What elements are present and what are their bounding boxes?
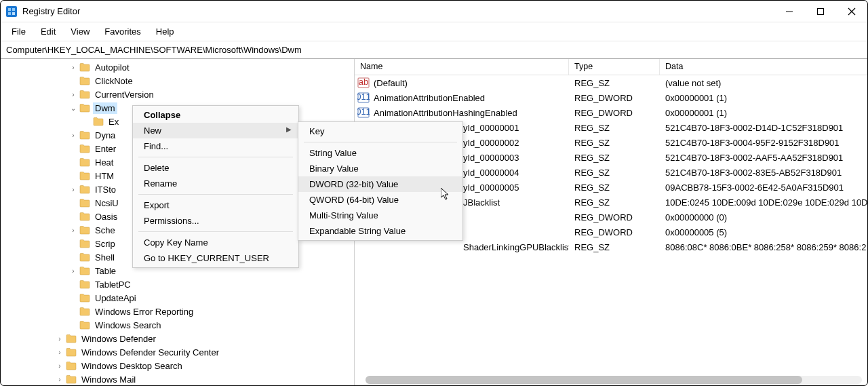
ctx-permissions[interactable]: Permissions...	[133, 213, 298, 229]
svg-rect-3	[8, 12, 11, 15]
value-type: REG_SZ	[569, 78, 660, 88]
ctx-rename[interactable]: Rename	[133, 176, 298, 191]
folder-icon	[79, 185, 90, 194]
ctx-delete[interactable]: Delete	[133, 160, 298, 176]
folder-icon	[79, 266, 90, 275]
chevron-right-icon[interactable]: ›	[68, 132, 78, 139]
tree-item-label: Dyna	[93, 130, 117, 141]
menu-bar: File Edit View Favorites Help	[1, 22, 867, 41]
horizontal-scrollbar[interactable]	[366, 376, 862, 384]
chevron-right-icon[interactable]: ›	[68, 267, 78, 275]
chevron-right-icon[interactable]: ›	[68, 64, 78, 71]
chevron-right-icon[interactable]: ›	[55, 376, 64, 383]
folder-icon	[79, 225, 90, 235]
tree-item[interactable]: TabletPC	[1, 277, 354, 291]
address-bar[interactable]: Computer\HKEY_LOCAL_MACHINE\SOFTWARE\Mic…	[1, 41, 867, 59]
tree-item[interactable]: Windows Error Reporting	[1, 305, 354, 318]
svg-rect-4	[12, 12, 15, 15]
tree-item-label: Sche	[93, 225, 117, 236]
ctx-go-hkcu[interactable]: Go to HKEY_CURRENT_USER	[133, 250, 298, 266]
tree-item[interactable]: ClickNote	[1, 74, 354, 88]
menu-help[interactable]: Help	[149, 24, 181, 39]
value-name: AnimationAttributionEnabled	[374, 93, 485, 103]
value-data: 521C4B70-18F3-0002-D14D-1C52F318D901	[660, 123, 867, 133]
value-name: yId_00000001	[463, 123, 519, 133]
folder-icon	[79, 212, 90, 221]
ctx-export[interactable]: Export	[133, 197, 298, 213]
ctx-collapse[interactable]: Collapse	[133, 107, 298, 123]
chevron-down-icon[interactable]: ⌄	[68, 104, 78, 112]
value-data: 10DE:0245 10DE:009d 10DE:029e 10DE:029d …	[660, 197, 867, 208]
chevron-right-icon[interactable]: ›	[68, 91, 78, 98]
value-row[interactable]: abShaderLinkingGPUBlacklistREG_SZ8086:08…	[355, 239, 867, 254]
folder-icon	[79, 76, 90, 85]
svg-rect-6	[818, 8, 824, 14]
ctx-find[interactable]: Find...	[133, 138, 298, 154]
list-header: Name Type Data	[355, 59, 867, 75]
tree-item[interactable]: UpdateApi	[1, 291, 354, 305]
col-data[interactable]: Data	[660, 59, 867, 75]
maximize-button[interactable]	[805, 1, 836, 22]
tree-item-label: ClickNote	[93, 75, 135, 87]
close-button[interactable]	[836, 1, 867, 22]
regedit-app-icon	[6, 6, 17, 17]
col-type[interactable]: Type	[569, 59, 660, 75]
value-type: REG_DWORD	[569, 108, 660, 118]
tree-item[interactable]: Windows Search	[1, 318, 354, 332]
tree-item[interactable]: ›Windows Defender	[1, 332, 354, 345]
tree-item[interactable]: ›Windows Mail	[1, 372, 354, 385]
ctx-new-multistring[interactable]: Multi-String Value	[298, 208, 462, 223]
tree-item[interactable]: ›Autopilot	[1, 60, 354, 74]
folder-icon	[79, 171, 90, 180]
chevron-right-icon[interactable]: ›	[68, 186, 78, 193]
minimize-button[interactable]	[774, 1, 805, 22]
tree-item[interactable]: ›Windows Defender Security Center	[1, 345, 354, 359]
col-name[interactable]: Name	[355, 59, 569, 75]
ctx-new-qword[interactable]: QWORD (64-bit) Value	[298, 192, 462, 208]
menu-file[interactable]: File	[5, 24, 33, 39]
folder-icon	[79, 62, 90, 72]
value-data: 521C4B70-18F3-0002-83E5-AB52F318D901	[660, 168, 867, 178]
submenu-arrow-icon: ▶	[286, 126, 292, 133]
value-data: (value not set)	[660, 78, 867, 88]
value-row[interactable]: ab(Default)REG_SZ(value not set)	[355, 75, 867, 90]
chevron-right-icon[interactable]: ›	[55, 362, 64, 370]
ctx-copy-key-name[interactable]: Copy Key Name	[133, 235, 298, 250]
ctx-new-label: New	[144, 126, 161, 136]
ctx-new[interactable]: New ▶	[133, 123, 298, 138]
tree-item[interactable]: ›Windows Desktop Search	[1, 359, 354, 372]
folder-icon	[79, 90, 90, 99]
tree-item[interactable]: ›CurrentVersion	[1, 88, 354, 101]
ctx-new-expandstring[interactable]: Expandable String Value	[298, 223, 462, 239]
ctx-new-key[interactable]: Key	[298, 123, 462, 139]
menu-view[interactable]: View	[64, 24, 96, 39]
ctx-new-binary[interactable]: Binary Value	[298, 161, 462, 176]
folder-icon	[79, 293, 90, 303]
scrollbar-thumb[interactable]	[366, 376, 802, 384]
value-data: 0x00000000 (0)	[660, 212, 867, 223]
menu-edit[interactable]: Edit	[34, 24, 62, 39]
value-type: REG_SZ	[569, 197, 660, 208]
tree-item-label: Windows Defender Security Center	[79, 347, 221, 358]
ctx-new-string[interactable]: String Value	[298, 145, 462, 161]
folder-icon	[66, 361, 77, 370]
value-name: JBlacklist	[463, 197, 500, 208]
context-menu-new: Key String Value Binary Value DWORD (32-…	[298, 121, 463, 241]
context-menu-key: Collapse New ▶ Find... Delete Rename Exp…	[132, 105, 299, 268]
value-data: 0x00000001 (1)	[660, 108, 867, 118]
chevron-right-icon[interactable]: ›	[55, 349, 64, 356]
folder-icon	[79, 252, 90, 262]
tree-item-label: Windows Defender	[79, 333, 158, 345]
value-name: yId_00000005	[463, 182, 519, 193]
menu-favorites[interactable]: Favorites	[98, 24, 147, 39]
value-data: 0x00000005 (5)	[660, 227, 867, 237]
value-row[interactable]: 011AnimationAttributionHashingEnabledREG…	[355, 105, 867, 120]
value-name: AnimationAttributionHashingEnabled	[374, 108, 517, 118]
chevron-right-icon[interactable]: ›	[55, 335, 64, 343]
tree-item-label: Autopilot	[93, 62, 132, 73]
svg-rect-2	[12, 8, 15, 11]
svg-text:ab: ab	[359, 77, 368, 87]
chevron-right-icon[interactable]: ›	[68, 227, 78, 234]
ctx-new-dword[interactable]: DWORD (32-bit) Value	[298, 176, 462, 192]
value-row[interactable]: 011AnimationAttributionEnabledREG_DWORD0…	[355, 90, 867, 105]
